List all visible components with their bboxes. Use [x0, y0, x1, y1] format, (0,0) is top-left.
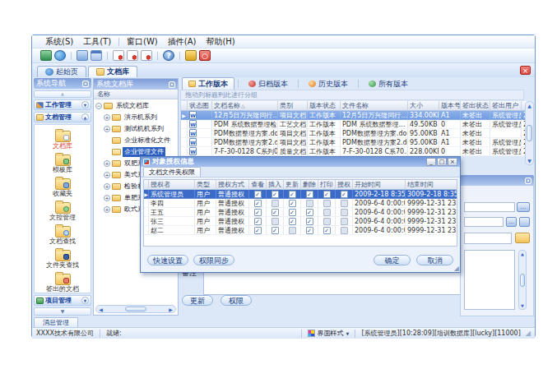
quick-setup-button[interactable]: 快速设置 — [147, 255, 188, 265]
mail-delete-icon[interactable] — [141, 50, 152, 61]
checkbox-checked[interactable]: ✓ — [289, 218, 296, 225]
sidebar-item-folder-search[interactable]: 文件夹查找 — [46, 247, 79, 270]
tree-column-header[interactable]: 名称 — [94, 90, 178, 99]
pin-icon[interactable] — [82, 81, 89, 87]
document-row[interactable]: WPDM数据整理方案2.doc项目文档工作版本PDM数据整理方案2.doc95.… — [181, 138, 527, 147]
sidebar-item-checked-out-docs[interactable]: 签出的文档 — [46, 270, 79, 293]
column-header-9[interactable]: 签出用户 — [490, 101, 522, 111]
expand-icon[interactable]: + — [104, 114, 110, 121]
sidebar-item-doc-control[interactable]: 文控管理 — [49, 199, 76, 223]
computer-icon[interactable] — [40, 50, 52, 61]
tree-node[interactable]: 企业标准化文件 — [94, 135, 178, 146]
help-icon[interactable]: ? — [163, 50, 174, 61]
property-field-3[interactable] — [464, 233, 512, 244]
tab-folder-permissions[interactable]: 文档文件夹权限 — [143, 167, 201, 177]
checkbox-checked[interactable]: ✓ — [254, 191, 262, 198]
checkbox-checked[interactable]: ✓ — [323, 191, 331, 198]
property-field-2[interactable] — [464, 217, 504, 227]
window-icon[interactable] — [90, 50, 102, 61]
checkbox-checked[interactable]: ✓ — [323, 227, 331, 234]
expand-icon[interactable]: + — [104, 183, 110, 190]
sidebar-collapse-strip[interactable]: ∧ — [34, 90, 91, 98]
version-tab-4[interactable]: 所有版本 — [362, 77, 415, 91]
column-header-7[interactable]: 版本号 — [439, 101, 461, 111]
resize-grip[interactable]: ◢ — [526, 330, 531, 337]
checkbox-unchecked[interactable] — [341, 200, 348, 207]
scroll-right-icon[interactable]: ▶ — [167, 307, 174, 312]
group-toggle-button[interactable]: ▼ — [81, 101, 89, 108]
menu-item-3[interactable]: 窗口(W) — [122, 35, 163, 48]
checkbox-unchecked[interactable] — [323, 209, 331, 216]
scroll-down-icon[interactable]: ▼ — [527, 158, 531, 164]
perm-column-header-6[interactable]: 更新 — [284, 180, 301, 190]
ok-button[interactable]: 确定 — [374, 255, 411, 265]
checkbox-checked[interactable]: ✓ — [289, 200, 296, 207]
sidebar-item-favorites[interactable]: 收藏夹 — [53, 175, 72, 199]
close-tab-button[interactable]: × — [520, 66, 531, 75]
update-button[interactable]: 更新 — [182, 295, 213, 306]
field-2-ellipsis-button[interactable]: … — [506, 217, 517, 227]
properties-scrollbar[interactable]: ▲ ▼ — [518, 250, 527, 310]
perm-column-header-1[interactable]: 授权者 — [149, 180, 195, 190]
version-tab-2[interactable]: 归档版本 — [242, 77, 295, 91]
document-row[interactable]: W7-F-30-0128 C系列02…质量文档工作版本7-F-30-0128 C… — [181, 147, 527, 156]
scroll-down-icon[interactable]: ▼ — [521, 303, 524, 308]
properties-textarea[interactable] — [464, 250, 515, 310]
tree-node[interactable]: −系统文档库 — [94, 100, 178, 112]
pin-icon[interactable] — [169, 81, 175, 88]
permission-row[interactable]: 赵二用户普通授权✓✓✓✓2009-6-4 0:00:009999-12-31 2… — [144, 226, 457, 235]
checkbox-checked[interactable]: ✓ — [254, 227, 262, 234]
column-header-5[interactable]: 文件名称 — [341, 101, 408, 111]
checkbox-checked[interactable]: ✓ — [272, 191, 279, 198]
checkbox-checked[interactable]: ✓ — [272, 209, 279, 216]
sidebar-group-document-management[interactable]: 文档管理▲ — [34, 112, 91, 122]
pin-icon[interactable] — [525, 178, 531, 184]
maximize-button[interactable]: □ — [437, 158, 447, 166]
column-header-3[interactable]: 类别 — [278, 101, 308, 111]
expand-icon[interactable]: + — [104, 126, 110, 132]
permission-button[interactable]: 权限 — [220, 295, 252, 306]
dialog-title-bar[interactable]: 对象授权信息 _ □ × — [141, 157, 460, 167]
expand-icon[interactable]: + — [104, 206, 110, 213]
permission-sync-button[interactable]: 权限同步 — [193, 255, 234, 265]
scroll-left-icon[interactable]: ◀ — [97, 307, 104, 312]
document-row[interactable]: ▶W12月5日万兴隆同行…项目文档工作版本12月5日万兴隆同行…334.00KB… — [181, 111, 527, 120]
page-tab-1[interactable]: 起始页 — [37, 66, 86, 77]
field-2-button[interactable] — [519, 217, 530, 227]
sidebar-group-project-management[interactable]: 项目管理▼ — [34, 295, 91, 306]
column-header-1[interactable]: 状态图 — [188, 101, 212, 111]
menu-item-4[interactable]: 插件(A) — [163, 35, 202, 48]
checkbox-unchecked[interactable] — [272, 200, 279, 207]
checkbox-checked[interactable]: ✓ — [341, 191, 348, 198]
column-header-4[interactable]: 版本状态 — [308, 101, 341, 111]
perm-column-header-3[interactable]: 授权方式 — [216, 180, 249, 190]
menu-item-2[interactable]: 工具(T) — [78, 35, 116, 48]
sidebar-collapsed-bar[interactable]: ▼ — [34, 307, 91, 316]
checkbox-unchecked[interactable] — [306, 200, 313, 207]
perm-column-header-11[interactable]: 结束时间 — [406, 180, 457, 190]
power-icon[interactable]: ○ — [199, 50, 211, 61]
cancel-button[interactable]: 取消 — [416, 255, 453, 265]
globe-icon[interactable] — [54, 50, 66, 61]
group-toggle-button[interactable]: ▲ — [81, 113, 89, 121]
perm-column-header-8[interactable]: 打印 — [318, 180, 336, 190]
folder-plus-icon[interactable] — [515, 233, 530, 243]
checkbox-unchecked[interactable] — [323, 218, 331, 225]
resize-grip[interactable]: ◢ — [454, 265, 459, 272]
checkbox-checked[interactable]: ✓ — [306, 209, 313, 216]
field-1-button[interactable]: … — [517, 202, 530, 212]
checkbox-checked[interactable]: ✓ — [306, 191, 313, 198]
collapse-icon[interactable]: − — [95, 103, 102, 109]
permission-row[interactable]: 张三用户普通授权✓✓✓2009-6-4 0:00:009999-12-31 23… — [144, 217, 457, 226]
scroll-up-icon[interactable]: ▲ — [521, 251, 524, 256]
checkbox-unchecked[interactable] — [341, 218, 348, 225]
lock-icon[interactable] — [185, 50, 197, 61]
table-vertical-scrollbar[interactable]: ▲ ▼ — [525, 101, 534, 165]
checkbox-checked[interactable]: ✓ — [306, 218, 313, 225]
minimize-button[interactable]: _ — [426, 158, 436, 166]
tree-horizontal-scrollbar[interactable]: ◀ ▶ — [95, 305, 176, 313]
checkbox-checked[interactable]: ✓ — [306, 227, 313, 234]
mail-check-icon[interactable] — [127, 50, 138, 61]
scrollbar-thumb[interactable] — [520, 274, 525, 287]
version-tab-1[interactable]: 工作版本 — [182, 77, 234, 91]
